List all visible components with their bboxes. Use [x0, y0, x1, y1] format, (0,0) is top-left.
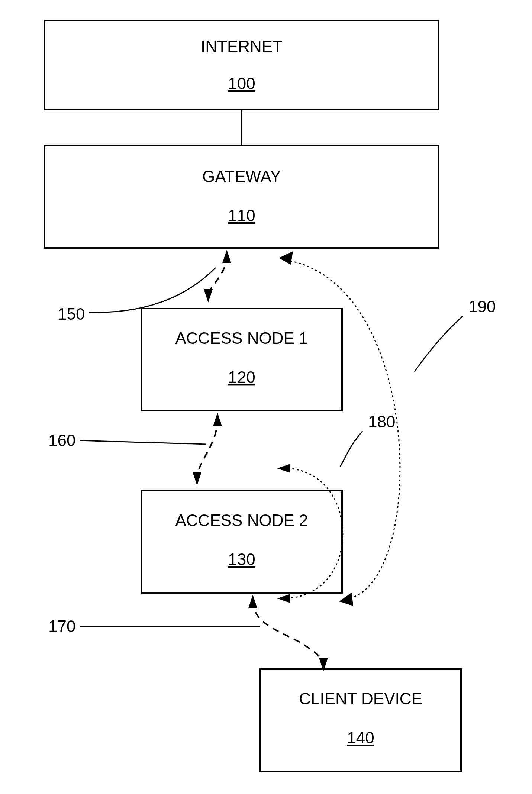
- node-client-ref: 140: [347, 729, 374, 747]
- svg-marker-9: [248, 595, 257, 608]
- svg-marker-11: [277, 464, 290, 473]
- node-client-device: CLIENT DEVICE 140: [260, 669, 461, 771]
- svg-marker-6: [204, 289, 213, 303]
- callout-170: 170: [48, 617, 260, 635]
- svg-rect-4: [260, 669, 461, 771]
- svg-text:160: 160: [48, 431, 75, 449]
- svg-marker-5: [222, 250, 231, 263]
- svg-marker-14: [339, 593, 353, 606]
- node-gateway: GATEWAY 110: [45, 146, 439, 248]
- node-an1-title: ACCESS NODE 1: [175, 329, 308, 347]
- edge-160: [193, 413, 222, 485]
- node-access-node-1: ACCESS NODE 1 120: [141, 309, 342, 411]
- node-an1-ref: 120: [228, 368, 255, 386]
- svg-rect-0: [45, 20, 439, 110]
- node-internet: INTERNET 100: [45, 20, 439, 110]
- svg-text:180: 180: [368, 413, 395, 431]
- node-internet-ref: 100: [228, 74, 255, 93]
- callout-160: 160: [48, 431, 206, 449]
- callout-190: 190: [415, 297, 496, 372]
- callout-180: 180: [340, 413, 395, 467]
- node-an2-ref: 130: [228, 550, 255, 568]
- node-internet-title: INTERNET: [201, 37, 283, 55]
- node-access-node-2: ACCESS NODE 2 130: [141, 491, 342, 593]
- svg-text:190: 190: [468, 297, 496, 316]
- node-an2-title: ACCESS NODE 2: [175, 511, 308, 529]
- network-diagram: INTERNET 100 GATEWAY 110 ACCESS NODE 1 1…: [0, 0, 532, 794]
- svg-text:150: 150: [58, 305, 85, 323]
- node-client-title: CLIENT DEVICE: [299, 690, 422, 708]
- node-gateway-title: GATEWAY: [202, 167, 281, 185]
- svg-marker-8: [193, 472, 201, 485]
- node-gateway-ref: 110: [228, 206, 255, 225]
- svg-marker-7: [213, 413, 222, 426]
- svg-rect-1: [45, 146, 439, 248]
- svg-text:170: 170: [48, 617, 75, 635]
- edge-170: [248, 595, 328, 671]
- svg-marker-13: [279, 251, 293, 265]
- svg-marker-12: [277, 594, 290, 603]
- svg-line-17: [80, 440, 206, 444]
- svg-rect-3: [141, 491, 342, 593]
- edge-150: [204, 250, 231, 303]
- svg-rect-2: [141, 309, 342, 411]
